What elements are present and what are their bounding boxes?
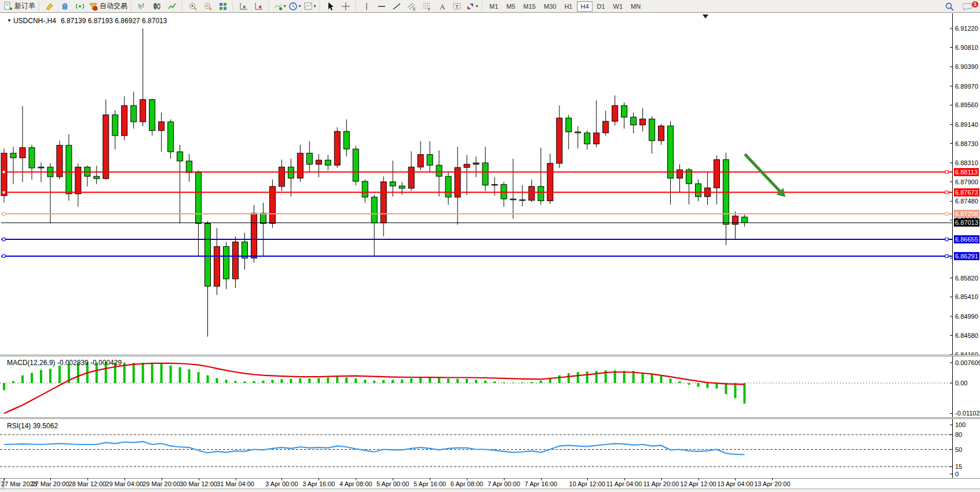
periods-button[interactable]: ▾ xyxy=(287,1,302,12)
candlestick-chart-button[interactable] xyxy=(149,1,164,12)
text-label-tool[interactable]: T xyxy=(449,1,465,12)
arrows-dropdown-caret[interactable]: ▾ xyxy=(476,3,478,9)
auto-trading-button[interactable]: 自动交易 xyxy=(87,1,129,12)
timeframe-button-m30[interactable]: M30 xyxy=(540,1,560,12)
auto-scroll-button[interactable] xyxy=(236,1,251,12)
price-axis-label: 6.85820 xyxy=(955,275,978,282)
candle-body xyxy=(325,160,331,165)
candle-body xyxy=(520,200,525,201)
line-handle[interactable] xyxy=(2,170,5,173)
timeframe-button-h4[interactable]: H4 xyxy=(577,1,592,12)
periods-dropdown-caret[interactable]: ▾ xyxy=(298,3,301,9)
candle-body xyxy=(418,155,423,167)
time-axis-label: 28 Mar 12:00 xyxy=(68,480,106,487)
time-tick xyxy=(661,478,662,480)
indicators-dropdown-caret[interactable]: ▾ xyxy=(283,3,286,9)
candle-body xyxy=(94,176,100,178)
price-axis[interactable]: 6.912206.908106.903906.899706.895606.891… xyxy=(953,13,980,355)
candle-body xyxy=(205,224,211,286)
time-axis-label: 7 Apr 00:00 xyxy=(488,480,520,487)
fibonacci-tool[interactable]: F xyxy=(419,1,434,12)
templates-button[interactable]: ▾ xyxy=(302,1,317,12)
timeframe-button-d1[interactable]: D1 xyxy=(594,1,609,12)
time-axis-label: 13 Apr 04:00 xyxy=(717,480,753,487)
candle-body xyxy=(603,121,609,133)
text-tool[interactable]: A xyxy=(434,1,449,12)
candle-body xyxy=(159,122,164,130)
time-axis-line xyxy=(0,478,980,479)
horizontal-line-icon xyxy=(377,2,386,11)
new-order-button[interactable]: 新订单 xyxy=(2,1,36,12)
templates-dropdown-caret[interactable]: ▾ xyxy=(313,3,316,9)
crosshair-tool-button[interactable] xyxy=(338,1,353,12)
price-badge: 6.88113 xyxy=(954,168,979,176)
notifications-button[interactable]: 1 xyxy=(960,1,975,12)
price-badge: 6.87013 xyxy=(954,218,979,227)
candle-body xyxy=(75,167,81,194)
channel-icon: E xyxy=(407,2,416,11)
tile-windows-button[interactable] xyxy=(215,1,231,12)
annotation-arrow[interactable] xyxy=(745,154,782,194)
rsi-axis-label: 100 xyxy=(955,421,966,428)
horizontal-line-tool[interactable] xyxy=(374,1,389,12)
line-handle[interactable] xyxy=(945,170,948,173)
macd-axis-label: 0.007609 xyxy=(955,359,980,366)
crosshair-draw-button[interactable] xyxy=(42,1,57,12)
timeframe-button-m15[interactable]: M15 xyxy=(520,1,539,12)
line-handle[interactable] xyxy=(2,212,5,215)
price-badge: 6.87208 xyxy=(954,210,979,218)
search-button[interactable] xyxy=(942,1,957,12)
arrows-tool[interactable]: ▾ xyxy=(465,1,480,12)
time-axis[interactable]: 27 Mar 202327 Mar 20:0028 Mar 12:0029 Ma… xyxy=(0,479,980,488)
candle-body xyxy=(297,153,303,178)
chart-collapse-icon[interactable]: ▼ xyxy=(7,18,12,23)
line-handle[interactable] xyxy=(945,191,948,194)
trendline-tool[interactable] xyxy=(389,1,404,12)
cursor-tool-button[interactable] xyxy=(323,1,338,12)
timeframe-button-w1[interactable]: W1 xyxy=(610,1,627,12)
timeframe-button-h1[interactable]: H1 xyxy=(561,1,576,12)
indicators-button[interactable]: ▾ xyxy=(272,1,287,12)
timeframe-button-mn[interactable]: MN xyxy=(627,1,644,12)
time-tick xyxy=(199,478,199,480)
line-chart-button[interactable] xyxy=(164,1,180,12)
line-handle[interactable] xyxy=(2,238,5,241)
price-axis-label: 6.90390 xyxy=(955,63,978,70)
signals-button[interactable] xyxy=(72,1,87,12)
zoom-in-button[interactable] xyxy=(185,1,200,12)
price-badge: 6.86291 xyxy=(954,252,979,260)
candle-body xyxy=(529,187,535,201)
timeframe-button-m1[interactable]: M1 xyxy=(486,1,502,12)
time-tick xyxy=(467,478,467,480)
main-toolbar: 新订单 自动交易 xyxy=(0,0,980,13)
candle-body xyxy=(557,118,562,163)
zoom-out-button[interactable] xyxy=(200,1,215,12)
equidistant-channel-tool[interactable]: E xyxy=(404,1,419,12)
bar-chart-button[interactable] xyxy=(134,1,149,12)
rsi-axis-label: 15 xyxy=(955,463,962,470)
chart-shift-button[interactable] xyxy=(251,1,266,12)
timeframe-button-m5[interactable]: M5 xyxy=(503,1,518,12)
time-tick xyxy=(504,478,504,480)
line-handle[interactable] xyxy=(2,255,5,258)
candle-body xyxy=(473,163,479,164)
line-handle[interactable] xyxy=(945,238,948,241)
line-handle[interactable] xyxy=(945,212,948,215)
candle-body xyxy=(677,170,683,178)
cursor-icon xyxy=(326,2,335,11)
price-axis-label: 6.84990 xyxy=(955,313,978,320)
line-handle[interactable] xyxy=(2,191,5,194)
line-chart-icon xyxy=(167,2,177,11)
clock-icon xyxy=(288,2,298,11)
time-axis-label: 13 Apr 20:00 xyxy=(754,480,790,487)
vertical-line-tool[interactable] xyxy=(359,1,374,12)
main-price-chart[interactable] xyxy=(0,13,953,355)
candle-body xyxy=(149,100,155,130)
publish-button[interactable] xyxy=(57,1,72,12)
time-tick xyxy=(356,478,356,480)
candle-body xyxy=(343,132,349,149)
candle-body xyxy=(103,115,109,178)
text-label-icon: T xyxy=(452,2,462,11)
line-handle[interactable] xyxy=(945,255,948,258)
candle-body xyxy=(575,132,581,133)
